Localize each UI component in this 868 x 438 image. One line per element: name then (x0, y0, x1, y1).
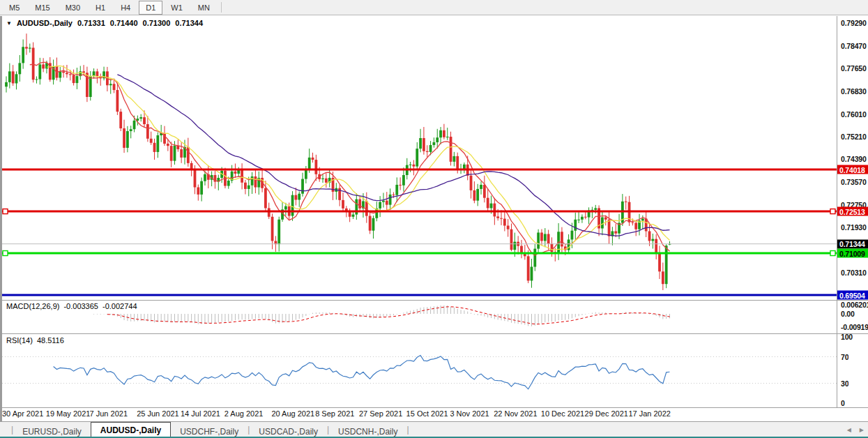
date-label: 25 Jun 2021 (137, 409, 179, 418)
price-tick: 0.70310 (841, 269, 867, 277)
price-tick: 0.71930 (841, 223, 867, 232)
rsi-name: RSI(14) (6, 336, 33, 345)
date-label: 17 Jan 2022 (628, 409, 671, 418)
date-axis-divider (0, 407, 868, 408)
window-border (0, 16, 2, 421)
rsi-tick: 30 (841, 379, 848, 388)
ohlc-low: 0.71300 (143, 19, 171, 27)
price-tick: 0.74390 (841, 155, 867, 163)
ohlc-open: 0.71331 (77, 19, 105, 27)
date-label: 22 Nov 2021 (494, 409, 537, 418)
hline-handle[interactable] (3, 251, 8, 256)
timeframe-m15[interactable]: M15 (28, 1, 56, 15)
timeframe-h4[interactable]: H4 (114, 1, 137, 15)
date-label: 29 Dec 2021 (585, 409, 628, 418)
date-label: 7 Jun 2021 (90, 409, 128, 418)
symbol-period-label: AUDUSD-,Daily (17, 19, 73, 27)
price-box: 0.74018 (837, 165, 868, 174)
price-tick: 0.75210 (841, 133, 867, 141)
timeframe-d1[interactable]: D1 (139, 1, 162, 15)
tab-scroll-arrows: ◀ ▶ (847, 427, 864, 433)
timeframe-mn[interactable]: MN (191, 1, 217, 15)
price-tick: 0.78470 (841, 42, 867, 50)
date-label: 19 May 2021 (46, 409, 91, 418)
macd-pane-divider[interactable] (0, 300, 868, 301)
date-label: 27 Sep 2021 (359, 409, 402, 418)
tab-separator: | (406, 425, 409, 435)
price-tick: 0.73570 (841, 178, 867, 186)
price-tick: 0.79290 (841, 19, 867, 27)
date-label: 10 Dec 2021 (541, 409, 584, 418)
price-tick: 0.76010 (841, 110, 867, 119)
rsi-pane-divider[interactable] (0, 333, 868, 334)
date-label: 20 Aug 2021 (271, 409, 314, 418)
macd-main-value: -0.003365 (63, 302, 98, 310)
timeframe-h1[interactable]: H1 (89, 1, 112, 15)
rsi-tick: 0 (841, 399, 845, 407)
tab-scroll-left-icon[interactable]: ◀ (847, 427, 851, 433)
chart-tab-bar: |EURUSD-,DailyAUDUSD-,DailyUSDCHF-,Daily… (0, 421, 868, 438)
hline-handle[interactable] (830, 251, 835, 256)
ohlc-close: 0.71344 (175, 19, 203, 27)
tab-scroll-right-icon[interactable]: ▶ (860, 427, 864, 433)
hline-handle[interactable] (830, 209, 835, 214)
timeframe-toolbar: M5M15M30H1H4D1W1MN (0, 0, 868, 15)
macd-tick: -0.009197 (841, 323, 868, 331)
chart-area[interactable] (0, 0, 868, 438)
date-label: 30 Apr 2021 (2, 409, 43, 418)
price-tick: 0.76830 (841, 87, 867, 96)
date-label: 14 Jul 2021 (181, 409, 220, 418)
collapse-arrow-icon[interactable]: ▼ (6, 20, 12, 27)
timeframe-w1[interactable]: W1 (164, 1, 190, 15)
ohlc-high: 0.71440 (110, 19, 138, 27)
price-box: 0.69504 (837, 291, 868, 300)
timeframe-m30[interactable]: M30 (59, 1, 87, 15)
date-label: 3 Nov 2021 (450, 409, 489, 418)
tab-audusd[interactable]: AUDUSD-,Daily (91, 422, 171, 438)
chart-title: ▼ AUDUSD-,Daily 0.71331 0.71440 0.71300 … (6, 19, 203, 27)
toolbar-separator (221, 2, 222, 13)
rsi-tick: 70 (841, 353, 848, 361)
macd-tick: 0.006201 (841, 301, 868, 309)
hline-handle[interactable] (3, 209, 8, 214)
date-label: 8 Sep 2021 (315, 409, 354, 418)
price-tick: 0.77650 (841, 64, 867, 73)
rsi-value: 48.5116 (37, 336, 64, 345)
date-label: 15 Oct 2021 (406, 409, 448, 418)
rsi-label: RSI(14) 48.5116 (6, 336, 64, 345)
macd-name: MACD(12,26,9) (6, 302, 59, 310)
macd-tick: 0.00 (841, 310, 855, 318)
timeframe-m5[interactable]: M5 (2, 1, 26, 15)
macd-label: MACD(12,26,9) -0.003365 -0.002744 (6, 302, 137, 310)
price-box: 0.71344 (837, 239, 868, 248)
mt4-window: M5M15M30H1H4D1W1MN ▼ AUDUSD-,Daily 0.713… (0, 0, 868, 438)
price-box: 0.72513 (837, 207, 868, 216)
date-label: 2 Aug 2021 (224, 409, 264, 418)
price-box: 0.71009 (837, 249, 868, 258)
macd-signal-value: -0.002744 (102, 302, 137, 310)
